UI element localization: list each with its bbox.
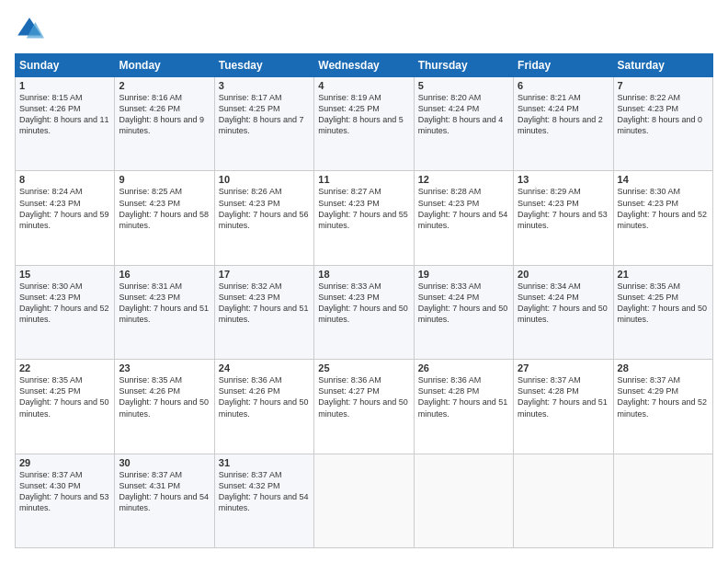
day-number: 24: [219, 362, 310, 373]
calendar-cell: 2 Sunrise: 8:16 AMSunset: 4:26 PMDayligh…: [115, 77, 214, 171]
day-number: 27: [518, 362, 609, 373]
logo: [15, 15, 48, 44]
calendar-week-1: 1 Sunrise: 8:15 AMSunset: 4:26 PMDayligh…: [16, 77, 713, 171]
calendar-week-3: 15 Sunrise: 8:30 AMSunset: 4:23 PMDaylig…: [16, 265, 713, 359]
calendar-week-4: 22 Sunrise: 8:35 AMSunset: 4:25 PMDaylig…: [16, 360, 713, 454]
calendar-cell: 3 Sunrise: 8:17 AMSunset: 4:25 PMDayligh…: [214, 77, 313, 171]
calendar-cell: 24 Sunrise: 8:36 AMSunset: 4:26 PMDaylig…: [214, 360, 313, 454]
day-info: Sunrise: 8:36 AMSunset: 4:28 PMDaylight:…: [418, 375, 508, 418]
day-info: Sunrise: 8:36 AMSunset: 4:26 PMDaylight:…: [219, 375, 309, 418]
day-number: 5: [418, 80, 509, 91]
day-number: 16: [119, 269, 210, 280]
calendar-cell: 29 Sunrise: 8:37 AMSunset: 4:30 PMDaylig…: [16, 454, 115, 547]
day-number: 30: [119, 457, 210, 468]
day-number: 26: [418, 362, 509, 373]
day-number: 1: [19, 80, 110, 91]
day-number: 12: [418, 174, 509, 185]
day-info: Sunrise: 8:16 AMSunset: 4:26 PMDaylight:…: [119, 93, 204, 135]
calendar-cell: 11 Sunrise: 8:27 AMSunset: 4:23 PMDaylig…: [314, 171, 414, 265]
calendar-cell: 19 Sunrise: 8:33 AMSunset: 4:24 PMDaylig…: [414, 265, 513, 359]
day-info: Sunrise: 8:30 AMSunset: 4:23 PMDaylight:…: [618, 187, 708, 229]
page: SundayMondayTuesdayWednesdayThursdayFrid…: [0, 0, 728, 563]
weekday-header-monday: Monday: [115, 54, 214, 77]
day-info: Sunrise: 8:35 AMSunset: 4:26 PMDaylight:…: [119, 375, 209, 418]
day-info: Sunrise: 8:27 AMSunset: 4:23 PMDaylight:…: [318, 187, 408, 229]
calendar-cell: 9 Sunrise: 8:25 AMSunset: 4:23 PMDayligh…: [115, 171, 214, 265]
calendar-cell: 12 Sunrise: 8:28 AMSunset: 4:23 PMDaylig…: [414, 171, 513, 265]
calendar-cell: 27 Sunrise: 8:37 AMSunset: 4:28 PMDaylig…: [514, 360, 613, 454]
day-number: 19: [418, 269, 509, 280]
day-info: Sunrise: 8:35 AMSunset: 4:25 PMDaylight:…: [618, 282, 708, 324]
day-info: Sunrise: 8:20 AMSunset: 4:24 PMDaylight:…: [418, 93, 504, 135]
day-info: Sunrise: 8:29 AMSunset: 4:23 PMDaylight:…: [518, 187, 608, 229]
day-info: Sunrise: 8:17 AMSunset: 4:25 PMDaylight:…: [219, 93, 304, 135]
day-info: Sunrise: 8:25 AMSunset: 4:23 PMDaylight:…: [119, 187, 209, 229]
calendar-cell: 23 Sunrise: 8:35 AMSunset: 4:26 PMDaylig…: [115, 360, 214, 454]
day-info: Sunrise: 8:37 AMSunset: 4:29 PMDaylight:…: [618, 375, 708, 418]
calendar-cell: 5 Sunrise: 8:20 AMSunset: 4:24 PMDayligh…: [414, 77, 513, 171]
calendar-cell: 28 Sunrise: 8:37 AMSunset: 4:29 PMDaylig…: [613, 360, 712, 454]
day-number: 10: [219, 174, 310, 185]
calendar-header-row: SundayMondayTuesdayWednesdayThursdayFrid…: [16, 54, 713, 77]
calendar-cell: 10 Sunrise: 8:26 AMSunset: 4:23 PMDaylig…: [214, 171, 313, 265]
calendar-cell: 25 Sunrise: 8:36 AMSunset: 4:27 PMDaylig…: [314, 360, 414, 454]
calendar-cell: 18 Sunrise: 8:33 AMSunset: 4:23 PMDaylig…: [314, 265, 414, 359]
day-number: 20: [518, 269, 609, 280]
weekday-header-saturday: Saturday: [613, 54, 712, 77]
day-number: 8: [19, 174, 110, 185]
day-number: 2: [119, 80, 210, 91]
day-info: Sunrise: 8:30 AMSunset: 4:23 PMDaylight:…: [19, 282, 109, 324]
calendar-cell: 30 Sunrise: 8:37 AMSunset: 4:31 PMDaylig…: [115, 454, 214, 547]
day-number: 28: [618, 362, 709, 373]
day-info: Sunrise: 8:26 AMSunset: 4:23 PMDaylight:…: [219, 187, 309, 229]
calendar-cell: 22 Sunrise: 8:35 AMSunset: 4:25 PMDaylig…: [16, 360, 115, 454]
calendar-cell: 15 Sunrise: 8:30 AMSunset: 4:23 PMDaylig…: [16, 265, 115, 359]
weekday-header-wednesday: Wednesday: [314, 54, 414, 77]
day-number: 3: [219, 80, 310, 91]
day-number: 14: [618, 174, 709, 185]
day-info: Sunrise: 8:32 AMSunset: 4:23 PMDaylight:…: [219, 282, 309, 324]
calendar-cell: 13 Sunrise: 8:29 AMSunset: 4:23 PMDaylig…: [514, 171, 613, 265]
calendar-cell: [314, 454, 414, 547]
day-info: Sunrise: 8:37 AMSunset: 4:32 PMDaylight:…: [219, 470, 309, 512]
calendar-cell: 8 Sunrise: 8:24 AMSunset: 4:23 PMDayligh…: [16, 171, 115, 265]
calendar-cell: [414, 454, 513, 547]
day-number: 15: [19, 269, 110, 280]
day-number: 31: [219, 457, 310, 468]
day-number: 22: [19, 362, 110, 373]
calendar-week-2: 8 Sunrise: 8:24 AMSunset: 4:23 PMDayligh…: [16, 171, 713, 265]
day-number: 4: [318, 80, 409, 91]
day-number: 6: [518, 80, 609, 91]
calendar-cell: 16 Sunrise: 8:31 AMSunset: 4:23 PMDaylig…: [115, 265, 214, 359]
day-number: 9: [119, 174, 210, 185]
calendar-cell: [613, 454, 712, 547]
calendar-cell: 26 Sunrise: 8:36 AMSunset: 4:28 PMDaylig…: [414, 360, 513, 454]
calendar-cell: 31 Sunrise: 8:37 AMSunset: 4:32 PMDaylig…: [214, 454, 313, 547]
day-info: Sunrise: 8:15 AMSunset: 4:26 PMDaylight:…: [19, 93, 109, 135]
day-number: 17: [219, 269, 310, 280]
day-info: Sunrise: 8:33 AMSunset: 4:23 PMDaylight:…: [318, 282, 408, 324]
header: [15, 15, 713, 44]
calendar-cell: 17 Sunrise: 8:32 AMSunset: 4:23 PMDaylig…: [214, 265, 313, 359]
calendar-cell: 6 Sunrise: 8:21 AMSunset: 4:24 PMDayligh…: [514, 77, 613, 171]
calendar-cell: 7 Sunrise: 8:22 AMSunset: 4:23 PMDayligh…: [613, 77, 712, 171]
day-info: Sunrise: 8:35 AMSunset: 4:25 PMDaylight:…: [19, 375, 109, 418]
day-number: 21: [618, 269, 709, 280]
day-info: Sunrise: 8:33 AMSunset: 4:24 PMDaylight:…: [418, 282, 508, 324]
calendar-table: SundayMondayTuesdayWednesdayThursdayFrid…: [15, 53, 713, 548]
day-info: Sunrise: 8:28 AMSunset: 4:23 PMDaylight:…: [418, 187, 508, 229]
calendar-cell: 20 Sunrise: 8:34 AMSunset: 4:24 PMDaylig…: [514, 265, 613, 359]
calendar-week-5: 29 Sunrise: 8:37 AMSunset: 4:30 PMDaylig…: [16, 454, 713, 547]
day-info: Sunrise: 8:37 AMSunset: 4:30 PMDaylight:…: [19, 470, 109, 512]
day-info: Sunrise: 8:37 AMSunset: 4:31 PMDaylight:…: [119, 470, 209, 512]
day-info: Sunrise: 8:21 AMSunset: 4:24 PMDaylight:…: [518, 93, 603, 135]
day-number: 23: [119, 362, 210, 373]
day-info: Sunrise: 8:31 AMSunset: 4:23 PMDaylight:…: [119, 282, 209, 324]
calendar-cell: 21 Sunrise: 8:35 AMSunset: 4:25 PMDaylig…: [613, 265, 712, 359]
calendar-cell: [514, 454, 613, 547]
calendar-cell: 14 Sunrise: 8:30 AMSunset: 4:23 PMDaylig…: [613, 171, 712, 265]
day-number: 18: [318, 269, 409, 280]
day-info: Sunrise: 8:19 AMSunset: 4:25 PMDaylight:…: [318, 93, 404, 135]
day-number: 7: [618, 80, 709, 91]
day-number: 13: [518, 174, 609, 185]
